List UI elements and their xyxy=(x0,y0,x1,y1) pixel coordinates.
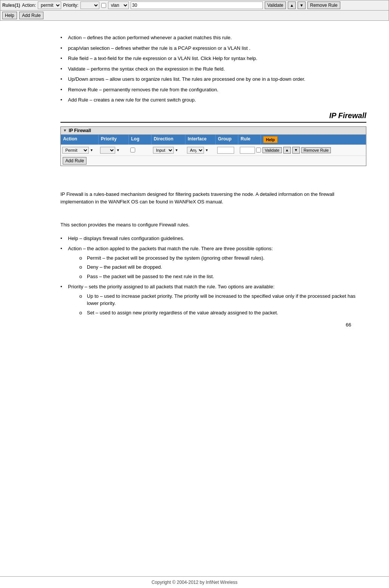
footer: Copyright © 2004-2012 by InfiNet Wireles… xyxy=(0,576,389,588)
action-sub-list: Permit – the packet will be processed by… xyxy=(79,254,366,280)
list-item: Add Rule – creates a new rule for the cu… xyxy=(60,96,366,104)
section-title: IP Firewall xyxy=(60,111,366,123)
priority-cell: ▼ xyxy=(99,146,129,154)
col-priority: Priority xyxy=(99,135,129,145)
direction-cell: Input Output ▼ xyxy=(151,146,185,154)
sub-list-item: Permit – the packet will be processed by… xyxy=(79,254,366,262)
list-item: pcap/vlan selection – defines whether th… xyxy=(60,45,366,52)
action-cell: Permit Deny Pass ▼ xyxy=(61,146,99,154)
interface-cell: Any ▼ xyxy=(185,146,216,154)
fw-bullet-list: Help – displays firewall rules configura… xyxy=(60,235,366,317)
fw-group-input[interactable] xyxy=(217,147,234,154)
footer-text: Copyright © 2004-2012 by InfiNet Wireles… xyxy=(151,580,238,585)
col-action: Action xyxy=(61,135,99,145)
vlan-select[interactable]: vlan pcap xyxy=(108,2,129,9)
rule-cell xyxy=(238,146,261,154)
widget-header: ▼ IP Firewall xyxy=(61,127,366,135)
fw-action-arrow: ▼ xyxy=(90,148,93,152)
validate-button[interactable]: Validate xyxy=(265,2,286,9)
priority-select[interactable] xyxy=(80,2,99,9)
fw-up-btn[interactable]: ▲ xyxy=(283,147,291,154)
col-group: Group xyxy=(216,135,238,145)
rules-toolbar: Rules(1) Action: permit deny pass Priori… xyxy=(0,0,389,11)
fw-list-item-help: Help – displays firewall rules configura… xyxy=(60,235,366,242)
ip-firewall-widget: ▼ IP Firewall Action Priority Log Direct… xyxy=(60,126,366,166)
fw-add-rule-btn[interactable]: Add Rule xyxy=(63,157,86,165)
group-cell xyxy=(216,146,238,154)
fw-list-item-priority: Priority – sets the priority assigned to… xyxy=(60,283,366,316)
log-cell xyxy=(129,147,151,153)
widget-arrow: ▼ xyxy=(63,128,67,132)
fw-action-select[interactable]: Permit Deny Pass xyxy=(62,147,89,154)
remove-rule-button[interactable]: Remove Rule xyxy=(307,2,340,9)
body-para2: This section provides the means to confi… xyxy=(60,221,366,229)
add-rule-row: Help Add Rule xyxy=(0,11,389,21)
fw-remove-rule-btn[interactable]: Remove Rule xyxy=(301,147,331,153)
col-interface: Interface xyxy=(185,135,216,145)
up-arrow-button[interactable]: ▲ xyxy=(288,2,296,9)
rules-title: Rules(1) xyxy=(2,3,20,8)
sub-list-item: Pass – the packet will be passed to the … xyxy=(79,273,366,280)
list-item: Action – defines the action performed wh… xyxy=(60,34,366,42)
fw-direction-arrow: ▼ xyxy=(175,148,178,152)
priority-sub-list: Up to – used to increase packet priority… xyxy=(79,292,366,317)
fw-priority-select[interactable] xyxy=(100,147,115,154)
widget-title: IP Firewall xyxy=(69,128,91,133)
body-para1: IP Firewall is a rules-based mechanism d… xyxy=(60,191,366,206)
fw-rule-input[interactable] xyxy=(240,147,255,154)
fw-table-header: Action Priority Log Direction Interface … xyxy=(61,135,366,145)
add-rule-button[interactable]: Add Rule xyxy=(19,12,43,19)
main-content: Action – defines the action performed wh… xyxy=(0,21,389,335)
list-item: Up/Down arrows – allow users to organize… xyxy=(60,75,366,83)
rule-input[interactable] xyxy=(131,2,263,9)
col-help: Help xyxy=(261,135,366,145)
fw-direction-select[interactable]: Input Output xyxy=(153,147,174,154)
col-rule: Rule xyxy=(238,135,261,145)
help-header-btn[interactable]: Help xyxy=(263,136,278,143)
fw-down-btn[interactable]: ▼ xyxy=(292,147,300,154)
fw-interface-select[interactable]: Any xyxy=(187,147,204,154)
fw-interface-arrow: ▼ xyxy=(205,148,208,152)
fw-rule-checkbox[interactable] xyxy=(256,148,261,152)
sub-list-item: Up to – used to increase packet priority… xyxy=(79,292,366,307)
down-arrow-button[interactable]: ▼ xyxy=(298,2,306,9)
actions-cell: Validate ▲ ▼ Remove Rule xyxy=(261,146,366,154)
priority-label: Priority: xyxy=(63,3,79,8)
fw-list-item-action: Action – the action appled to the packet… xyxy=(60,245,366,280)
sub-list-item: Set – used to assign new priority regard… xyxy=(79,309,366,317)
fw-priority-arrow: ▼ xyxy=(116,148,120,152)
sub-list-item: Deny – the packet will be dropped. xyxy=(79,263,366,271)
fw-log-checkbox[interactable] xyxy=(130,148,135,152)
col-direction: Direction xyxy=(151,135,185,145)
action-select[interactable]: permit deny pass xyxy=(38,2,61,9)
list-item: Validate – performs the syntax check on … xyxy=(60,65,366,73)
list-item: Remove Rule – permanently removes the ru… xyxy=(60,86,366,94)
priority-checkbox[interactable] xyxy=(101,3,106,8)
page-number: 66 xyxy=(60,322,366,328)
fw-rule-row: Permit Deny Pass ▼ ▼ Input Output xyxy=(61,145,366,155)
help-button[interactable]: Help xyxy=(2,12,17,19)
fw-validate-btn[interactable]: Validate xyxy=(262,147,282,153)
list-item: Rule field – a text-field for the rule e… xyxy=(60,55,366,62)
col-log: Log xyxy=(129,135,151,145)
fw-add-rule-row: Add Rule xyxy=(61,155,366,166)
rules-bullet-list: Action – defines the action performed wh… xyxy=(60,34,366,104)
top-rules-bar: Rules(1) Action: permit deny pass Priori… xyxy=(0,0,389,21)
action-label: Action: xyxy=(22,3,36,8)
